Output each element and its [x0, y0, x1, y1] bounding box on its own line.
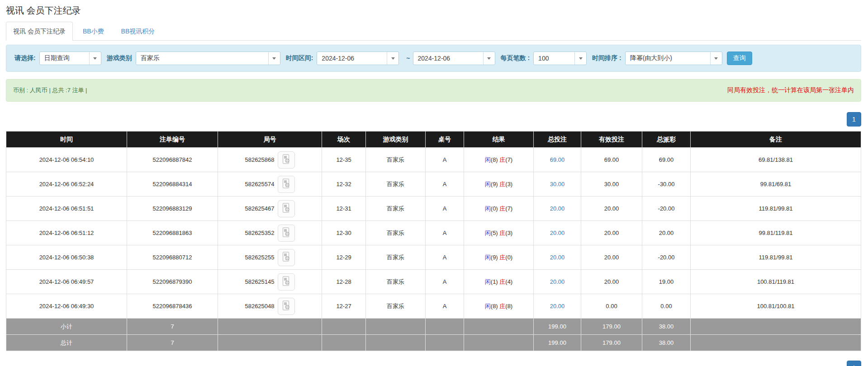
cell-bet-id: 522096883129 — [127, 197, 218, 221]
table-row: 2024-12-06 06:49:57522096879390582625145… — [6, 270, 861, 294]
summary-empty-cell — [464, 335, 534, 351]
cell-session: 12-27 — [322, 294, 366, 319]
page-1-button[interactable]: 1 — [847, 112, 861, 127]
cell-game-type: 百家乐 — [366, 294, 426, 319]
tab-bb-tip[interactable]: BB小费 — [76, 22, 111, 41]
tab-bb-video-points[interactable]: BB视讯积分 — [114, 22, 162, 41]
column-header: 总投注 — [534, 131, 581, 148]
cell-round-id: 582625255 — [218, 245, 322, 270]
game-type-select[interactable]: 百家乐 — [136, 52, 280, 65]
result-player-label: 闲 — [485, 205, 491, 212]
result-banker-score: (3) — [505, 181, 512, 188]
cell-remark: 100.81/100.81 — [691, 294, 861, 319]
result-banker-score: (3) — [505, 230, 512, 236]
video-replay-button[interactable] — [278, 298, 295, 315]
result-player-score: (8) — [491, 156, 500, 163]
date-to-select[interactable]: 2024-12-06 — [413, 52, 495, 65]
round-id-text: 582625868 — [245, 156, 274, 163]
cell-table-no: A — [426, 294, 464, 319]
chevron-down-icon[interactable] — [574, 52, 586, 65]
cell-payout: 20.00 — [642, 221, 691, 245]
cell-bet-id: 522096878436 — [127, 294, 218, 319]
cell-bet-id: 522096879390 — [127, 270, 218, 294]
cell-result: 闲(9) 庄(0) — [464, 245, 534, 270]
cell-payout: 0.00 — [642, 294, 691, 319]
sort-order-select[interactable]: 降幂(由大到小) — [625, 52, 722, 65]
video-replay-button[interactable] — [278, 225, 295, 242]
video-replay-button[interactable] — [278, 249, 295, 266]
result-player-score: (9) — [491, 181, 500, 188]
chevron-down-icon[interactable] — [387, 52, 398, 65]
video-replay-button[interactable] — [278, 273, 295, 291]
result-player-label: 闲 — [485, 278, 491, 285]
page-1-button[interactable]: 1 — [847, 361, 861, 366]
cell-valid-bet: 20.00 — [581, 197, 642, 221]
page-size-select[interactable]: 100 — [533, 52, 587, 65]
date-from-select[interactable]: 2024-12-06 — [317, 52, 399, 65]
cell-time: 2024-12-06 06:52:24 — [6, 172, 127, 197]
summary-total-bet: 199.00 — [534, 335, 581, 351]
round-id-text: 582625352 — [245, 230, 274, 236]
query-type-select[interactable]: 日期查询 — [39, 52, 101, 65]
date-to-value: 2024-12-06 — [413, 52, 483, 65]
cell-table-no: A — [426, 245, 464, 270]
cell-game-type: 百家乐 — [366, 270, 426, 294]
video-replay-icon — [281, 276, 291, 287]
cell-valid-bet: 20.00 — [581, 270, 642, 294]
cell-game-type: 百家乐 — [366, 221, 426, 245]
cell-total-bet: 69.00 — [534, 148, 581, 172]
chevron-down-icon[interactable] — [89, 52, 101, 65]
cell-remark: 119.81/99.81 — [691, 245, 861, 270]
filter-bar: 请选择: 日期查询 游戏类别 百家乐 时间区间: 2024-12-06 ~ 20… — [6, 45, 861, 72]
total-bet-link[interactable]: 20.00 — [550, 205, 565, 212]
query-button[interactable]: 查询 — [727, 52, 752, 65]
cell-payout: -30.00 — [642, 172, 691, 197]
cell-round-id: 582625352 — [218, 221, 322, 245]
video-replay-button[interactable] — [278, 176, 295, 193]
cell-result: 闲(5) 庄(3) — [464, 221, 534, 245]
summary-valid-bet: 179.00 — [581, 335, 642, 351]
summary-empty-cell — [426, 335, 464, 351]
cell-table-no: A — [426, 148, 464, 172]
cell-table-no: A — [426, 197, 464, 221]
video-replay-button[interactable] — [278, 200, 295, 217]
round-id-text: 582625467 — [245, 205, 274, 212]
table-row: 2024-12-06 06:54:10522096887842582625868… — [6, 148, 861, 172]
column-header: 总派彩 — [642, 131, 691, 148]
column-header: 场次 — [322, 131, 366, 148]
summary-empty-cell — [366, 319, 426, 335]
game-type-value: 百家乐 — [136, 52, 268, 65]
chevron-down-icon[interactable] — [483, 52, 495, 65]
total-bet-link[interactable]: 20.00 — [550, 303, 565, 310]
summary-payout: 38.00 — [642, 335, 691, 351]
cell-game-type: 百家乐 — [366, 245, 426, 270]
total-bet-link[interactable]: 30.00 — [550, 181, 565, 188]
result-player-score: (9) — [491, 254, 500, 261]
tab-betting-records[interactable]: 视讯 会员下注纪录 — [6, 22, 73, 41]
cell-payout: 69.00 — [642, 148, 691, 172]
total-bet-link[interactable]: 20.00 — [550, 278, 565, 285]
round-id-text: 582625048 — [245, 303, 274, 310]
cell-result: 闲(8) 庄(7) — [464, 148, 534, 172]
page-size-label: 每页笔数 : — [501, 54, 530, 62]
total-bet-link[interactable]: 20.00 — [550, 230, 565, 236]
cell-session: 12-35 — [322, 148, 366, 172]
column-header: 注单编号 — [127, 131, 218, 148]
cell-valid-bet: 20.00 — [581, 245, 642, 270]
cell-time: 2024-12-06 06:54:10 — [6, 148, 127, 172]
result-banker-label: 庄 — [499, 156, 505, 163]
game-type-label: 游戏类别 — [107, 54, 132, 62]
summary-valid-bet: 179.00 — [581, 319, 642, 335]
chevron-down-icon[interactable] — [710, 52, 722, 65]
cell-valid-bet: 0.00 — [581, 294, 642, 319]
table-row: 2024-12-06 06:52:24522096884314582625574… — [6, 172, 861, 197]
cell-session: 12-28 — [322, 270, 366, 294]
summary-empty-cell — [691, 319, 861, 335]
total-bet-link[interactable]: 69.00 — [550, 156, 565, 163]
total-bet-link[interactable]: 20.00 — [550, 254, 565, 261]
cell-session: 12-31 — [322, 197, 366, 221]
video-replay-button[interactable] — [278, 151, 295, 169]
table-row: 2024-12-06 06:51:12522096881863582625352… — [6, 221, 861, 245]
chevron-down-icon[interactable] — [268, 52, 280, 65]
cell-time: 2024-12-06 06:49:57 — [6, 270, 127, 294]
